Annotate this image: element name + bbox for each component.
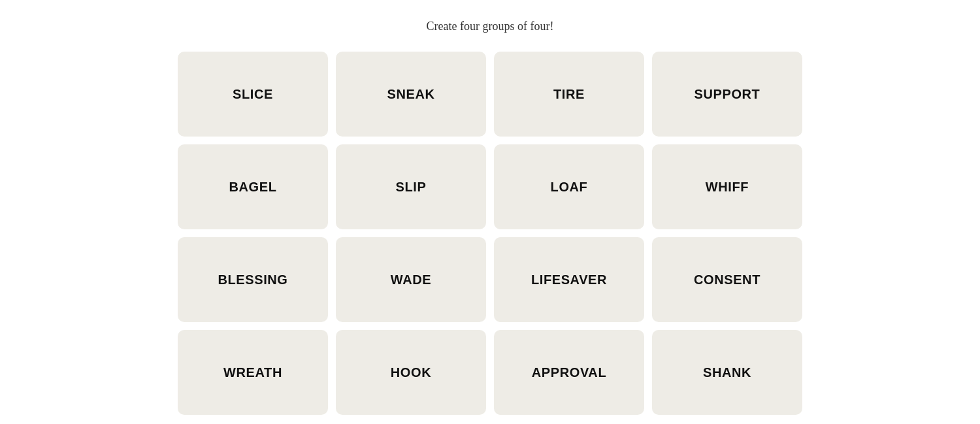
- page-subtitle: Create four groups of four!: [427, 20, 554, 33]
- tile-wade[interactable]: WADE: [336, 237, 486, 322]
- tile-label-blessing: BLESSING: [218, 272, 287, 287]
- tile-hook[interactable]: HOOK: [336, 330, 486, 415]
- tile-slice[interactable]: SLICE: [178, 52, 328, 137]
- tile-label-slice: SLICE: [233, 87, 273, 102]
- tile-label-slip: SLIP: [396, 180, 427, 195]
- tile-label-support: SUPPORT: [694, 87, 760, 102]
- tile-shank[interactable]: SHANK: [652, 330, 802, 415]
- tile-approval[interactable]: APPROVAL: [494, 330, 644, 415]
- tile-consent[interactable]: CONSENT: [652, 237, 802, 322]
- tile-slip[interactable]: SLIP: [336, 144, 486, 229]
- tile-label-lifesaver: LIFESAVER: [531, 272, 607, 287]
- word-grid: SLICESNEAKTIRESUPPORTBAGELSLIPLOAFWHIFFB…: [178, 52, 802, 415]
- tile-lifesaver[interactable]: LIFESAVER: [494, 237, 644, 322]
- tile-blessing[interactable]: BLESSING: [178, 237, 328, 322]
- tile-label-approval: APPROVAL: [532, 365, 606, 380]
- tile-support[interactable]: SUPPORT: [652, 52, 802, 137]
- tile-wreath[interactable]: WREATH: [178, 330, 328, 415]
- tile-label-whiff: WHIFF: [706, 180, 749, 195]
- tile-label-hook: HOOK: [391, 365, 431, 380]
- tile-sneak[interactable]: SNEAK: [336, 52, 486, 137]
- tile-label-shank: SHANK: [703, 365, 751, 380]
- tile-label-bagel: BAGEL: [229, 180, 277, 195]
- tile-label-tire: TIRE: [553, 87, 585, 102]
- tile-label-consent: CONSENT: [694, 272, 760, 287]
- tile-whiff[interactable]: WHIFF: [652, 144, 802, 229]
- tile-tire[interactable]: TIRE: [494, 52, 644, 137]
- tile-label-loaf: LOAF: [551, 180, 588, 195]
- tile-loaf[interactable]: LOAF: [494, 144, 644, 229]
- tile-label-wreath: WREATH: [223, 365, 282, 380]
- tile-label-sneak: SNEAK: [387, 87, 434, 102]
- tile-label-wade: WADE: [391, 272, 431, 287]
- tile-bagel[interactable]: BAGEL: [178, 144, 328, 229]
